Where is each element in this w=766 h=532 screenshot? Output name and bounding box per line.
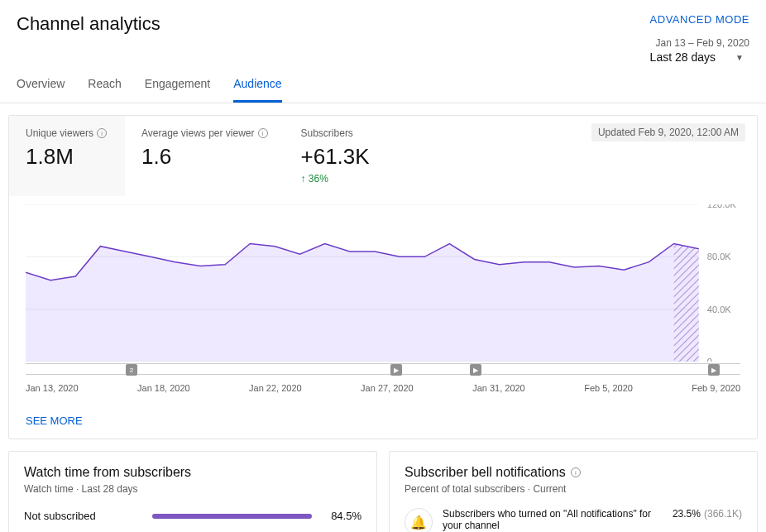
timeline-marker[interactable]: ▶	[708, 364, 720, 376]
panel-subtitle: Percent of total subscribers · Current	[405, 483, 742, 495]
metric-value: +61.3K	[301, 144, 384, 170]
updated-badge: Updated Feb 9, 2020, 12:00 AM	[591, 123, 745, 141]
metric-delta: 36%	[301, 173, 384, 185]
x-tick: Jan 13, 2020	[26, 383, 79, 393]
tab-overview[interactable]: Overview	[17, 77, 65, 103]
x-axis: Jan 13, 2020Jan 18, 2020Jan 22, 2020Jan …	[9, 381, 757, 403]
svg-text:0: 0	[707, 357, 712, 362]
tabs: OverviewReachEngagementAudience	[0, 64, 766, 103]
panel-title: Watch time from subscribers	[24, 465, 361, 480]
line-chart[interactable]: 040.0K80.0K120.0K 2▶▶▶	[9, 196, 757, 381]
bar-value: 84.5%	[312, 510, 361, 522]
x-tick: Jan 31, 2020	[472, 383, 525, 393]
info-icon[interactable]: i	[97, 128, 107, 138]
x-tick: Jan 18, 2020	[137, 383, 190, 393]
panel-subtitle: Watch time · Last 28 days	[24, 483, 361, 495]
bar-label: Not subscribed	[24, 510, 123, 522]
info-icon[interactable]: i	[258, 128, 268, 138]
x-tick: Feb 9, 2020	[692, 383, 740, 393]
svg-text:80.0K: 80.0K	[707, 252, 732, 261]
x-tick: Feb 5, 2020	[584, 383, 633, 393]
svg-text:120.0K: 120.0K	[707, 204, 737, 209]
bell-notifications-panel: Subscriber bell notifications i Percent …	[389, 451, 758, 532]
tab-audience[interactable]: Audience	[233, 77, 281, 103]
tab-engagement[interactable]: Engagement	[145, 77, 210, 103]
watch-time-panel: Watch time from subscribers Watch time ·…	[8, 451, 377, 532]
metric-label: Unique viewers	[26, 127, 93, 139]
page-title: Channel analytics	[17, 13, 160, 35]
see-more-link[interactable]: SEE MORE	[9, 403, 757, 439]
notif-count: (366.1K)	[704, 508, 742, 520]
x-tick: Jan 22, 2020	[249, 383, 302, 393]
metric-avg-views[interactable]: Average views per viewer i 1.6	[125, 116, 285, 196]
metric-subscribers[interactable]: Subscribers +61.3K 36%	[285, 116, 400, 196]
chevron-down-icon: ▼	[735, 53, 744, 62]
x-tick: Jan 27, 2020	[361, 383, 414, 393]
advanced-mode-link[interactable]: ADVANCED MODE	[650, 13, 749, 26]
metric-value: 1.6	[141, 144, 268, 170]
timeline-marker[interactable]: ▶	[470, 364, 481, 376]
svg-text:40.0K: 40.0K	[707, 304, 732, 314]
date-range-dropdown[interactable]: Last 28 days ▼	[650, 50, 749, 64]
metric-unique-viewers[interactable]: Unique viewers i 1.8M	[9, 116, 125, 196]
date-range-small: Jan 13 – Feb 9, 2020	[650, 37, 749, 49]
panel-title: Subscriber bell notifications	[405, 465, 566, 480]
timeline-marker[interactable]: ▶	[390, 364, 402, 376]
metric-value: 1.8M	[26, 144, 108, 170]
notification-row: 🔔Subscribers who turned on "All notifica…	[405, 508, 742, 532]
info-icon[interactable]: i	[571, 467, 581, 477]
watch-row: Not subscribed 84.5%	[24, 510, 361, 522]
timeline-markers: 2▶▶▶	[26, 363, 740, 375]
tab-reach[interactable]: Reach	[88, 77, 121, 103]
bell-icon: 🔔	[405, 508, 433, 532]
metric-label: Average views per viewer	[141, 127, 255, 139]
timeline-marker[interactable]: 2	[126, 364, 137, 376]
metric-label: Subscribers	[301, 127, 353, 139]
notif-pct: 23.5%	[673, 508, 701, 520]
notif-text: Subscribers who turned on "All notificat…	[443, 508, 663, 531]
bar-track	[123, 514, 312, 519]
date-range-label: Last 28 days	[650, 50, 716, 64]
audience-chart-card: Unique viewers i 1.8M Average views per …	[8, 115, 758, 439]
